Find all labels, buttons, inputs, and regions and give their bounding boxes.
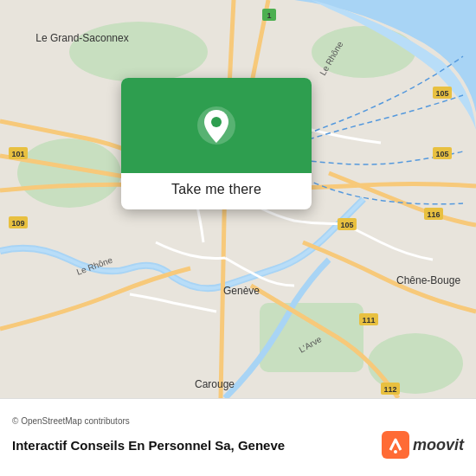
svg-text:116: 116 [427,210,440,219]
svg-text:105: 105 [435,150,448,158]
svg-rect-33 [382,431,409,459]
svg-text:109: 109 [11,219,24,228]
take-me-there-button[interactable]: Take me there [171,182,261,197]
popup-button-area: Take me there [121,173,312,209]
svg-point-34 [394,450,397,453]
svg-point-2 [69,22,208,82]
svg-text:Le Grand-Saconnex: Le Grand-Saconnex [35,32,128,44]
svg-text:101: 101 [11,150,24,158]
popup-card: Take me there [121,78,312,209]
svg-text:Genève: Genève [223,285,260,297]
attribution-text: © OpenStreetMap contributors [12,416,464,426]
svg-text:Carouge: Carouge [195,378,235,390]
location-name: Interactif Conseils En Personnel Sa, Gen… [12,438,285,453]
popup-green-header [121,78,312,173]
svg-text:Chêne-Bouge: Chêne-Bouge [396,274,460,286]
moovit-logo[interactable]: moovit [382,431,464,459]
svg-text:111: 111 [362,316,375,325]
svg-point-32 [211,117,222,127]
moovit-text: moovit [413,436,464,454]
location-info-row: Interactif Conseils En Personnel Sa, Gen… [12,431,464,459]
location-pin-icon [196,105,237,146]
svg-text:112: 112 [383,385,396,394]
svg-text:105: 105 [340,221,353,229]
svg-text:105: 105 [435,89,448,98]
moovit-logo-icon [382,431,409,459]
svg-text:1: 1 [267,11,271,20]
map-container[interactable]: 1 101 109 105 105 105 116 111 112 Le Gra… [0,0,476,398]
bottom-bar: © OpenStreetMap contributors Interactif … [0,398,476,476]
